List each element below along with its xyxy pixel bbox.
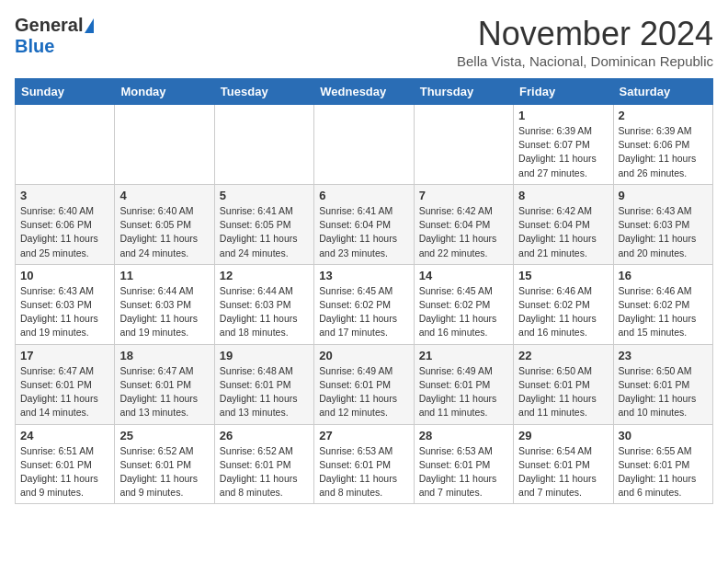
calendar-day-cell: 10Sunrise: 6:43 AM Sunset: 6:03 PM Dayli…	[16, 264, 115, 344]
day-info: Sunrise: 6:44 AM Sunset: 6:03 PM Dayligh…	[119, 284, 209, 340]
calendar-week-row: 10Sunrise: 6:43 AM Sunset: 6:03 PM Dayli…	[16, 264, 713, 344]
weekday-header: Tuesday	[214, 79, 313, 105]
day-info: Sunrise: 6:46 AM Sunset: 6:02 PM Dayligh…	[518, 284, 608, 340]
calendar-day-cell: 28Sunrise: 6:53 AM Sunset: 6:01 PM Dayli…	[414, 424, 513, 504]
calendar-day-cell: 18Sunrise: 6:47 AM Sunset: 6:01 PM Dayli…	[115, 344, 214, 424]
calendar-day-cell: 24Sunrise: 6:51 AM Sunset: 6:01 PM Dayli…	[16, 424, 115, 504]
calendar-day-cell: 22Sunrise: 6:50 AM Sunset: 6:01 PM Dayli…	[514, 344, 613, 424]
weekday-header: Thursday	[414, 79, 513, 105]
calendar-day-cell: 30Sunrise: 6:55 AM Sunset: 6:01 PM Dayli…	[613, 424, 712, 504]
calendar-day-cell: 14Sunrise: 6:45 AM Sunset: 6:02 PM Dayli…	[414, 264, 513, 344]
day-info: Sunrise: 6:50 AM Sunset: 6:01 PM Dayligh…	[518, 364, 608, 420]
day-info: Sunrise: 6:45 AM Sunset: 6:02 PM Dayligh…	[419, 284, 508, 340]
day-number: 1	[518, 109, 608, 122]
day-number: 2	[619, 109, 708, 122]
day-info: Sunrise: 6:49 AM Sunset: 6:01 PM Dayligh…	[419, 364, 508, 420]
calendar-day-cell: 9Sunrise: 6:43 AM Sunset: 6:03 PM Daylig…	[613, 184, 712, 264]
calendar-week-row: 24Sunrise: 6:51 AM Sunset: 6:01 PM Dayli…	[16, 424, 713, 504]
day-info: Sunrise: 6:40 AM Sunset: 6:06 PM Dayligh…	[20, 204, 109, 260]
calendar-day-cell: 7Sunrise: 6:42 AM Sunset: 6:04 PM Daylig…	[414, 184, 513, 264]
calendar-table: SundayMondayTuesdayWednesdayThursdayFrid…	[15, 78, 713, 504]
page-header: General Blue November 2024 Bella Vista, …	[15, 15, 713, 69]
day-number: 22	[518, 349, 608, 362]
calendar-week-row: 3Sunrise: 6:40 AM Sunset: 6:06 PM Daylig…	[16, 184, 713, 264]
day-info: Sunrise: 6:46 AM Sunset: 6:02 PM Dayligh…	[619, 284, 708, 340]
day-number: 30	[619, 429, 708, 442]
calendar-day-cell: 20Sunrise: 6:49 AM Sunset: 6:01 PM Dayli…	[314, 344, 414, 424]
day-number: 16	[619, 269, 708, 282]
day-info: Sunrise: 6:52 AM Sunset: 6:01 PM Dayligh…	[119, 444, 209, 500]
day-info: Sunrise: 6:50 AM Sunset: 6:01 PM Dayligh…	[619, 364, 708, 420]
day-number: 26	[220, 429, 309, 442]
logo-blue-text: Blue	[15, 36, 54, 57]
calendar-day-cell: 27Sunrise: 6:53 AM Sunset: 6:01 PM Dayli…	[314, 424, 414, 504]
day-info: Sunrise: 6:55 AM Sunset: 6:01 PM Dayligh…	[619, 444, 708, 500]
calendar-header-row: SundayMondayTuesdayWednesdayThursdayFrid…	[16, 79, 713, 105]
weekday-header: Monday	[115, 79, 214, 105]
calendar-day-cell: 8Sunrise: 6:42 AM Sunset: 6:04 PM Daylig…	[514, 184, 613, 264]
day-info: Sunrise: 6:49 AM Sunset: 6:01 PM Dayligh…	[319, 364, 408, 420]
day-info: Sunrise: 6:52 AM Sunset: 6:01 PM Dayligh…	[220, 444, 309, 500]
weekday-header: Sunday	[16, 79, 115, 105]
day-info: Sunrise: 6:47 AM Sunset: 6:01 PM Dayligh…	[119, 364, 209, 420]
day-info: Sunrise: 6:53 AM Sunset: 6:01 PM Dayligh…	[319, 444, 408, 500]
calendar-week-row: 17Sunrise: 6:47 AM Sunset: 6:01 PM Dayli…	[16, 344, 713, 424]
day-number: 18	[119, 349, 209, 362]
day-number: 25	[119, 429, 209, 442]
calendar-day-cell: 1Sunrise: 6:39 AM Sunset: 6:07 PM Daylig…	[514, 105, 613, 185]
day-number: 4	[119, 189, 209, 202]
day-number: 13	[319, 269, 408, 282]
calendar-week-row: 1Sunrise: 6:39 AM Sunset: 6:07 PM Daylig…	[16, 105, 713, 185]
calendar-day-cell: 21Sunrise: 6:49 AM Sunset: 6:01 PM Dayli…	[414, 344, 513, 424]
calendar-day-cell: 16Sunrise: 6:46 AM Sunset: 6:02 PM Dayli…	[613, 264, 712, 344]
day-number: 14	[419, 269, 508, 282]
day-info: Sunrise: 6:48 AM Sunset: 6:01 PM Dayligh…	[220, 364, 309, 420]
calendar-day-cell: 13Sunrise: 6:45 AM Sunset: 6:02 PM Dayli…	[314, 264, 414, 344]
day-info: Sunrise: 6:41 AM Sunset: 6:05 PM Dayligh…	[220, 204, 309, 260]
day-number: 29	[518, 429, 608, 442]
day-info: Sunrise: 6:39 AM Sunset: 6:06 PM Dayligh…	[619, 124, 708, 180]
day-info: Sunrise: 6:39 AM Sunset: 6:07 PM Dayligh…	[518, 124, 608, 180]
day-number: 11	[119, 269, 209, 282]
day-number: 28	[419, 429, 508, 442]
calendar-day-cell	[214, 105, 313, 185]
day-number: 10	[20, 269, 109, 282]
calendar-day-cell: 6Sunrise: 6:41 AM Sunset: 6:04 PM Daylig…	[314, 184, 414, 264]
month-title: November 2024	[457, 15, 713, 53]
day-number: 27	[319, 429, 408, 442]
logo-icon	[85, 18, 94, 33]
day-number: 9	[619, 189, 708, 202]
calendar-day-cell	[314, 105, 414, 185]
day-info: Sunrise: 6:44 AM Sunset: 6:03 PM Dayligh…	[220, 284, 309, 340]
calendar-day-cell: 2Sunrise: 6:39 AM Sunset: 6:06 PM Daylig…	[613, 105, 712, 185]
day-info: Sunrise: 6:42 AM Sunset: 6:04 PM Dayligh…	[419, 204, 508, 260]
day-info: Sunrise: 6:42 AM Sunset: 6:04 PM Dayligh…	[518, 204, 608, 260]
day-info: Sunrise: 6:51 AM Sunset: 6:01 PM Dayligh…	[20, 444, 109, 500]
day-info: Sunrise: 6:53 AM Sunset: 6:01 PM Dayligh…	[419, 444, 508, 500]
day-info: Sunrise: 6:54 AM Sunset: 6:01 PM Dayligh…	[518, 444, 608, 500]
day-info: Sunrise: 6:43 AM Sunset: 6:03 PM Dayligh…	[20, 284, 109, 340]
logo: General Blue	[15, 15, 94, 57]
location-subtitle: Bella Vista, Nacional, Dominican Republi…	[457, 53, 713, 69]
calendar-day-cell: 4Sunrise: 6:40 AM Sunset: 6:05 PM Daylig…	[115, 184, 214, 264]
weekday-header: Wednesday	[314, 79, 414, 105]
day-number: 7	[419, 189, 508, 202]
weekday-header: Saturday	[613, 79, 712, 105]
calendar-day-cell	[414, 105, 513, 185]
logo-general-text: General	[15, 15, 83, 36]
calendar-day-cell: 25Sunrise: 6:52 AM Sunset: 6:01 PM Dayli…	[115, 424, 214, 504]
day-number: 19	[220, 349, 309, 362]
calendar-day-cell: 19Sunrise: 6:48 AM Sunset: 6:01 PM Dayli…	[214, 344, 313, 424]
calendar-day-cell: 3Sunrise: 6:40 AM Sunset: 6:06 PM Daylig…	[16, 184, 115, 264]
day-number: 21	[419, 349, 508, 362]
day-number: 17	[20, 349, 109, 362]
day-number: 23	[619, 349, 708, 362]
calendar-day-cell	[16, 105, 115, 185]
day-number: 3	[20, 189, 109, 202]
day-number: 20	[319, 349, 408, 362]
day-info: Sunrise: 6:43 AM Sunset: 6:03 PM Dayligh…	[619, 204, 708, 260]
calendar-day-cell: 15Sunrise: 6:46 AM Sunset: 6:02 PM Dayli…	[514, 264, 613, 344]
day-number: 8	[518, 189, 608, 202]
calendar-day-cell: 17Sunrise: 6:47 AM Sunset: 6:01 PM Dayli…	[16, 344, 115, 424]
calendar-day-cell: 5Sunrise: 6:41 AM Sunset: 6:05 PM Daylig…	[214, 184, 313, 264]
